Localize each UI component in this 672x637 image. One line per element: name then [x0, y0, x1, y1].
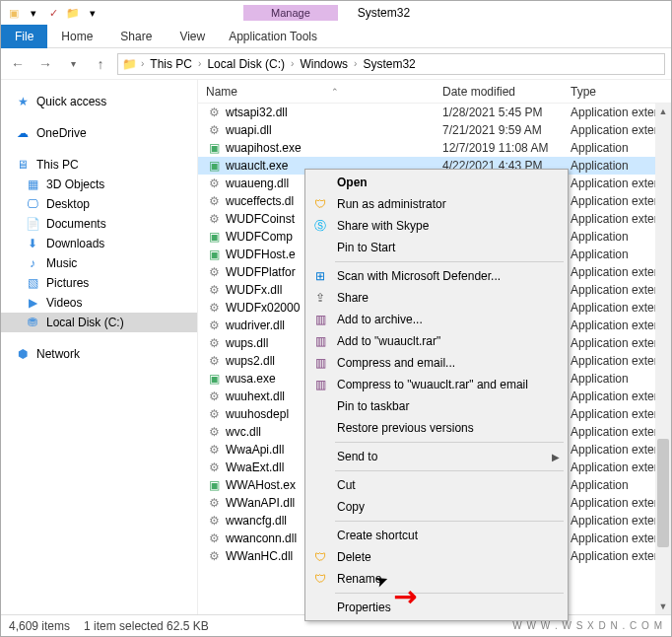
- up-button[interactable]: ↑: [90, 53, 111, 75]
- tab-file[interactable]: File: [1, 25, 47, 48]
- tab-view[interactable]: View: [166, 25, 219, 48]
- menu-delete[interactable]: 🛡Delete: [307, 546, 566, 568]
- menu-label: Pin to Start: [337, 241, 395, 254]
- sidebar-item[interactable]: ▦3D Objects: [1, 175, 197, 194]
- file-name: WUDFComp: [226, 230, 293, 244]
- dll-icon: ⚙: [206, 264, 222, 280]
- sidebar-item[interactable]: ⬇Downloads: [1, 234, 197, 253]
- blank-icon: [311, 174, 329, 191]
- ribbon-tabs: File Home Share View Application Tools: [1, 25, 671, 48]
- menu-pin-start[interactable]: Pin to Start: [307, 237, 566, 258]
- network-icon: ⬢: [15, 346, 31, 362]
- sidebar-item[interactable]: ♪Music: [1, 253, 197, 273]
- scroll-thumb[interactable]: [657, 439, 669, 547]
- menu-label: Cut: [337, 478, 356, 492]
- menu-compress-rar-email[interactable]: ▥Compress to "wuauclt.rar" and email: [307, 374, 566, 395]
- menu-rename[interactable]: 🛡Rename: [307, 568, 566, 590]
- file-name: WUDFHost.e: [226, 248, 296, 261]
- breadcrumb-item[interactable]: This PC: [148, 57, 194, 71]
- sidebar-item[interactable]: 🖵Desktop: [1, 194, 197, 214]
- file-row[interactable]: ⚙wtsapi32.dll1/28/2021 5:45 PMApplicatio…: [198, 104, 671, 121]
- sidebar-this-pc[interactable]: 🖥 This PC: [1, 155, 197, 175]
- history-dropdown-icon[interactable]: ▾: [62, 53, 84, 75]
- menu-run-as-admin[interactable]: 🛡Run as administrator: [307, 193, 566, 215]
- column-headers: Name ⌃ Date modified Type: [198, 80, 671, 104]
- scrollbar[interactable]: ▲ ▼: [655, 104, 671, 614]
- scroll-up-icon[interactable]: ▲: [655, 104, 671, 119]
- file-date: 1/28/2021 5:45 PM: [435, 106, 563, 119]
- menu-send-to[interactable]: Send to▶: [307, 446, 566, 467]
- sidebar-item[interactable]: ▧Pictures: [1, 273, 197, 293]
- file-name: wudriver.dll: [226, 318, 285, 332]
- tab-home[interactable]: Home: [47, 25, 106, 48]
- breadcrumb-item[interactable]: Windows: [298, 57, 350, 71]
- file-name: wuapi.dll: [226, 123, 272, 137]
- sidebar-label: Desktop: [46, 197, 90, 211]
- menu-share[interactable]: ⇪Share: [307, 287, 566, 309]
- menu-properties[interactable]: Properties: [307, 597, 566, 618]
- menu-create-shortcut[interactable]: Create shortcut: [307, 525, 566, 546]
- application-icon: ▣: [206, 477, 222, 493]
- forward-button[interactable]: →: [34, 53, 56, 75]
- menu-add-rar[interactable]: ▥Add to "wuauclt.rar": [307, 330, 566, 352]
- sidebar-quick-access[interactable]: ★ Quick access: [1, 92, 197, 111]
- column-header-name[interactable]: Name ⌃: [198, 85, 435, 99]
- breadcrumb-item[interactable]: System32: [361, 57, 417, 71]
- file-name: WwaExt.dll: [226, 460, 284, 474]
- file-row[interactable]: ▣wuapihost.exe12/7/2019 11:08 AMApplicat…: [198, 139, 671, 157]
- folder-icon: 🖵: [25, 196, 40, 212]
- pc-icon: 🖥: [15, 157, 31, 173]
- sidebar-item[interactable]: ⛃Local Disk (C:): [1, 313, 197, 332]
- titlebar: ▣ ▾ ✓ 📁 ▾ Manage System32: [1, 1, 671, 25]
- blank-icon: [311, 527, 329, 544]
- column-label: Name: [206, 85, 237, 99]
- blank-icon: [311, 448, 329, 465]
- sidebar-network[interactable]: ⬢ Network: [1, 344, 197, 364]
- new-folder-icon[interactable]: 📁: [64, 4, 82, 22]
- sidebar-item[interactable]: ▶Videos: [1, 293, 197, 313]
- tab-application-tools[interactable]: Application Tools: [219, 25, 327, 48]
- sidebar-item[interactable]: 📄Documents: [1, 214, 197, 234]
- qat-dropdown-icon[interactable]: ▾: [25, 4, 42, 22]
- file-name: wuapihost.exe: [226, 141, 302, 155]
- properties-icon[interactable]: ✓: [44, 4, 62, 22]
- menu-open[interactable]: Open: [307, 172, 566, 193]
- column-header-date[interactable]: Date modified: [435, 85, 563, 99]
- breadcrumb-item[interactable]: Local Disk (C:): [205, 57, 287, 71]
- breadcrumb[interactable]: 📁 › This PC › Local Disk (C:) › Windows …: [117, 53, 665, 75]
- winrar-icon: ▥: [311, 311, 329, 328]
- dll-icon: ⚙: [206, 105, 222, 120]
- menu-compress-email[interactable]: ▥Compress and email...: [307, 352, 566, 374]
- menu-share-skype[interactable]: ⓈShare with Skype: [307, 215, 566, 237]
- back-button[interactable]: ←: [7, 53, 29, 75]
- menu-label: Compress and email...: [337, 356, 455, 370]
- sidebar-label: Quick access: [36, 95, 106, 108]
- dll-icon: ⚙: [206, 176, 222, 191]
- dll-icon: ⚙: [206, 335, 222, 351]
- scroll-down-icon[interactable]: ▼: [655, 599, 671, 614]
- menu-label: Open: [337, 176, 368, 189]
- sidebar-onedrive[interactable]: ☁ OneDrive: [1, 123, 197, 143]
- menu-copy[interactable]: Copy: [307, 496, 566, 518]
- chevron-right-icon: ›: [198, 58, 201, 69]
- application-icon: ▣: [206, 247, 222, 262]
- qat-dropdown2-icon[interactable]: ▾: [84, 4, 101, 22]
- tab-share[interactable]: Share: [106, 25, 166, 48]
- menu-scan-defender[interactable]: ⊞Scan with Microsoft Defender...: [307, 265, 566, 287]
- menu-add-archive[interactable]: ▥Add to archive...: [307, 309, 566, 330]
- file-name: wuceffects.dl: [226, 194, 294, 208]
- menu-label: Restore previous versions: [337, 421, 474, 435]
- manage-contextual-tab[interactable]: Manage: [243, 5, 338, 21]
- sidebar-label: Music: [46, 256, 77, 270]
- file-name: wuuhosdepl: [226, 407, 289, 421]
- explorer-icon[interactable]: ▣: [5, 4, 23, 22]
- menu-cut[interactable]: Cut: [307, 474, 566, 496]
- menu-label: Share: [337, 291, 369, 305]
- sort-indicator-icon: ⌃: [243, 87, 427, 97]
- menu-pin-taskbar[interactable]: Pin to taskbar: [307, 395, 566, 417]
- file-row[interactable]: ⚙wuapi.dll7/21/2021 9:59 AMApplication e…: [198, 121, 671, 139]
- column-header-type[interactable]: Type: [563, 85, 671, 99]
- dll-icon: ⚙: [206, 513, 222, 529]
- menu-restore-previous[interactable]: Restore previous versions: [307, 417, 566, 439]
- dll-icon: ⚙: [206, 495, 222, 511]
